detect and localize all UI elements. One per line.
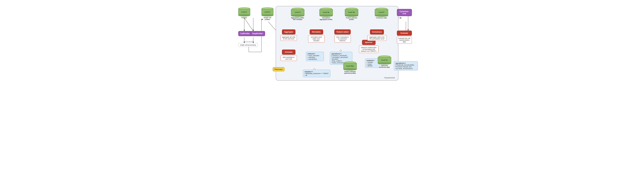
level1-node: Level 1 Images [238, 7, 250, 18]
level5-cyl-top [376, 8, 388, 10]
operations-diamond [340, 50, 342, 52]
spherize-desc-text: spherize (subfunction of Normalize) full… [361, 47, 376, 52]
aggregate-desc-text: aggregate all cells to the well level [282, 36, 295, 40]
level4bs-label: Level 4bs [346, 65, 354, 67]
level2-label: Level 2 [264, 11, 270, 13]
evaluate-ops-box: operations== ["Replicate reproducibility… [394, 61, 418, 71]
level4a-node: Level 4a Normalized aggregated profiles [320, 8, 333, 20]
normalize-method-box: method== • mad_robustize • robustize • s… [306, 52, 324, 61]
level5s-cyl-body: Level 5s [378, 57, 391, 63]
aggregate-box: Aggregate [282, 29, 296, 34]
cellprofiler-box: CellProfiler [238, 31, 252, 36]
level1-cyl-bottom [238, 14, 250, 16]
aggregate-desc: aggregate all cells to the well level [280, 35, 297, 41]
level4b-cyl-body: Level 4b [345, 9, 358, 15]
aggregate-node: Aggregate aggregate all cells to the wel… [280, 29, 297, 41]
level3-sublabel: Aggregated profiles with metadata [291, 17, 304, 20]
normalize-method-title: method== [308, 53, 322, 55]
level4b-cyl-bottom [345, 15, 358, 17]
platemaps-node: Platemaps [273, 67, 284, 71]
spherize-node: Spherize spherize (subfunction of Normal… [359, 40, 378, 53]
evaluate-box: Evaluate [397, 31, 412, 36]
featureselect-box: Feature select [334, 29, 351, 34]
singlecell-label: single cell processing [240, 44, 256, 46]
level3-cylinder: Level 3 [291, 8, 304, 17]
spherize-label: Spherize [365, 41, 372, 43]
annotate-desc-text: add metadata to each well [283, 56, 295, 60]
svg-line-1 [244, 18, 253, 31]
normalize-samples-item2: • all [304, 74, 329, 76]
cellprofiler-label: CellProfiler [240, 33, 250, 35]
level4a-cyl-bottom [320, 15, 333, 17]
level5-sublabel: Consensus data [376, 17, 387, 19]
level5-cyl-body: Level 5 [375, 9, 388, 15]
normalize-method-item2: • robustize [308, 56, 322, 58]
level5-label: Level 5 [379, 11, 384, 13]
consensus-label: Consensus [372, 31, 382, 33]
level4b-sublabel: Feature selected profiles [345, 17, 358, 20]
pycytominer-label: Pycytominer [384, 77, 395, 79]
level1-cyl-top [238, 7, 250, 9]
aggregate-label: Aggregate [284, 31, 293, 33]
consensus-desc: aggregate wells onto the pertubation lev… [367, 35, 387, 41]
level5-cyl-bottom [375, 15, 388, 17]
level4bs-cyl-body: Level 4bs [343, 63, 357, 69]
level5s-cylinder: Level 5s [378, 56, 391, 65]
level4b-label: Level 4b [348, 11, 355, 13]
normalize-samples-box: samples== • Metadata_treatment == 'DMSO'… [303, 70, 330, 77]
level4a-cyl-top [320, 8, 332, 10]
annotate-node: Annotate add metadata to each well [280, 50, 297, 61]
normalize-box: Normalize [310, 29, 323, 34]
level4b-node: Level 4b Feature selected profiles [345, 8, 358, 20]
level4bs-node: Level 4bs Feature selected spherized pro… [343, 62, 357, 74]
featureselect-node: Feature select Use 4 operations to subse… [334, 29, 351, 43]
annotate-box: Annotate [282, 50, 296, 55]
level1-cylinder: Level 1 [238, 7, 250, 16]
platemaps-box: Platemaps [273, 67, 284, 71]
cytominereval-label: Cytominer-eval [400, 10, 409, 15]
level3-cyl-body: Level 3 [291, 9, 304, 15]
featureselect-desc-text: Use 4 operations to subselect features [336, 36, 349, 41]
level4b-cyl-top [346, 8, 358, 10]
level4bs-cyl-bottom [343, 68, 357, 71]
level3-node: Level 3 Aggregated profiles with metadat… [291, 8, 304, 20]
cellprofiler-node: CellProfiler [238, 31, 252, 36]
level3-label: Level 3 [295, 11, 300, 13]
level4a-cyl-body: Level 4a [320, 9, 333, 15]
normalize-desc-text: normalize each plate over samples [311, 36, 322, 41]
evaluate-ops-node: operations== ["Replicate reproducibility… [394, 61, 418, 71]
spherize-desc: spherize (subfunction of Normalize) full… [359, 46, 378, 53]
level4bs-sublabel: Feature selected spherized profiles [343, 71, 357, 74]
level1-label: Level 1 [242, 11, 247, 13]
normalize-method-node: method== • mad_robustize • robustize • s… [306, 52, 324, 61]
consensus-box: Consensus [370, 29, 384, 34]
level2-cylinder: Level 2 [262, 7, 274, 16]
level2-cyl-bottom [262, 14, 274, 16]
normalize-method-item3: • standardize [308, 58, 322, 60]
level3-cyl-bottom [291, 15, 304, 17]
normalize-samples-item1: • Metadata_treatment == 'DMSO' [304, 73, 329, 74]
level1-cyl-body: Level 1 [238, 9, 250, 15]
featureselect-ops-title: operations== [332, 53, 351, 55]
level3-cyl-top [292, 8, 304, 10]
deepprofiler-label: DeepProfiler [252, 33, 263, 35]
level4bs-cylinder: Level 4bs [343, 62, 357, 71]
level4a-label: Level 4a [323, 11, 329, 13]
level2-node: Level 2 Single cell profiles [262, 7, 274, 20]
level4bs-cyl-top [344, 62, 356, 64]
normalize-desc: normalize each plate over samples [308, 35, 324, 43]
deepprofiler-box: DeepProfiler [250, 31, 265, 36]
normalize-node: Normalize normalize each plate over samp… [308, 29, 324, 43]
level5s-node: Level 5s Spherized consensus data [378, 56, 391, 68]
consensus-method-item3: • MODZ [367, 65, 378, 67]
level4a-sublabel: Normalized aggregated profiles [320, 17, 333, 20]
normalize-label: Normalize [312, 31, 320, 33]
pycytominer-box: Pycytominer Level 3 Aggregated profiles … [276, 6, 398, 81]
consensus-node: Consensus aggregate wells onto the pertu… [367, 29, 387, 41]
normalize-method-item1: • mad_robustize [308, 55, 322, 56]
featureselect-desc: Use 4 operations to subselect features [334, 35, 351, 43]
evaluate-node: Evaluate evaluate the cell representatio… [397, 31, 412, 44]
level5s-sublabel: Spherized consensus data [378, 65, 391, 68]
evaluate-desc-text: evaluate the cell representation data [398, 37, 410, 43]
cytominereval-box: Cytominer-eval [397, 9, 412, 16]
